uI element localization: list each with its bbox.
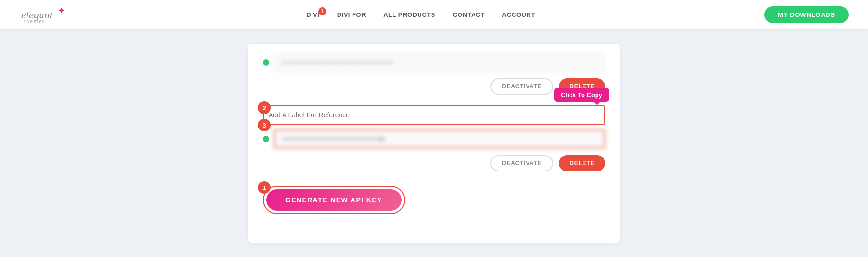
step-badge-2: 2	[258, 101, 271, 114]
nav-item-account[interactable]: ACCOUNT	[502, 11, 535, 18]
nav-item-divi[interactable]: DIVI 1	[306, 11, 319, 18]
generate-wrapper: GENERATE NEW API KEY	[263, 186, 405, 214]
api-key-row-2	[263, 129, 605, 148]
deactivate-button-1[interactable]: DEACTIVATE	[490, 78, 553, 95]
main-nav: DIVI 1 DIVI FOR ALL PRODUCTS CONTACT ACC…	[306, 11, 535, 18]
my-downloads-button[interactable]: MY DOWNLOADS	[764, 6, 849, 23]
delete-button-2[interactable]: DELETE	[559, 155, 605, 171]
logo-svg: elegant themes ✦	[19, 6, 77, 24]
step-badge-1: 1	[258, 181, 271, 194]
deactivate-button-2[interactable]: DEACTIVATE	[490, 155, 553, 171]
nav-item-contact[interactable]: CONTACT	[453, 11, 485, 18]
action-row-2: DEACTIVATE DELETE	[263, 155, 605, 171]
api-key-input-1[interactable]	[274, 54, 605, 71]
svg-text:✦: ✦	[58, 6, 65, 15]
generate-api-key-button[interactable]: GENERATE NEW API KEY	[266, 189, 402, 211]
main-content: DEACTIVATE DELETE 2 Click To Copy 3 DEA	[0, 29, 868, 257]
api-keys-card: DEACTIVATE DELETE 2 Click To Copy 3 DEA	[248, 44, 620, 243]
generate-section: 1 GENERATE NEW API KEY	[263, 186, 405, 214]
api-key-row-1	[263, 54, 605, 71]
svg-text:themes: themes	[24, 19, 46, 24]
status-dot-1	[263, 59, 269, 66]
logo: elegant themes ✦	[19, 6, 77, 24]
click-to-copy-tooltip[interactable]: Click To Copy	[554, 88, 609, 102]
nav-item-divi-for[interactable]: DIVI FOR	[337, 11, 366, 18]
label-input[interactable]	[269, 109, 599, 121]
label-row: Click To Copy	[263, 105, 605, 125]
api-key-input-2[interactable]	[274, 129, 605, 148]
status-dot-2	[263, 136, 269, 142]
nav-item-all-products[interactable]: ALL PRODUCTS	[383, 11, 435, 18]
divi-badge: 1	[318, 7, 326, 15]
step-badge-3: 3	[258, 119, 271, 131]
header: elegant themes ✦ DIVI 1 DIVI FOR ALL PRO…	[0, 0, 868, 29]
second-key-section: 2 Click To Copy 3	[263, 105, 605, 148]
